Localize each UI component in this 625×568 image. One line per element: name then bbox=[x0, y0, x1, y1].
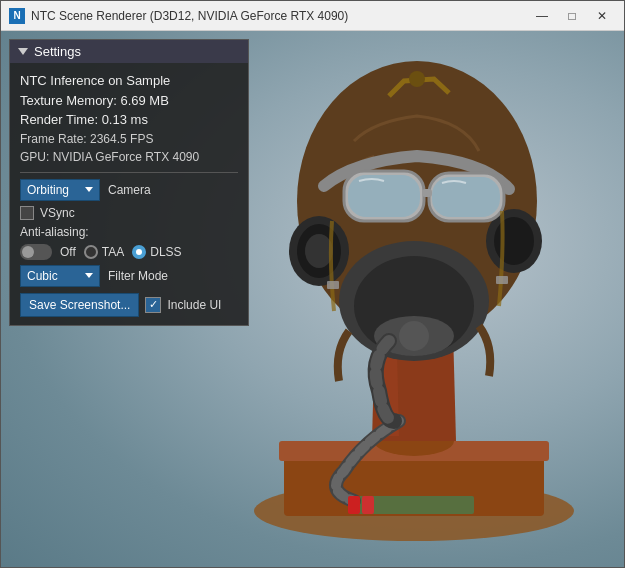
main-window: N NTC Scene Renderer (D3D12, NVIDIA GeFo… bbox=[0, 0, 625, 568]
inference-label: NTC Inference on Sample bbox=[20, 71, 238, 91]
app-icon: N bbox=[9, 8, 25, 24]
aa-off-toggle[interactable] bbox=[20, 244, 52, 260]
title-bar: N NTC Scene Renderer (D3D12, NVIDIA GeFo… bbox=[1, 1, 624, 31]
save-screenshot-button[interactable]: Save Screenshot... bbox=[20, 293, 139, 317]
filter-dropdown-arrow-icon bbox=[85, 273, 93, 278]
svg-rect-16 bbox=[348, 175, 420, 217]
aa-section: Anti-aliasing: Off TAA bbox=[20, 225, 238, 260]
settings-header[interactable]: Settings bbox=[10, 40, 248, 63]
vsync-checkbox[interactable] bbox=[20, 206, 34, 220]
render-time-label: Render Time: 0.13 ms bbox=[20, 110, 238, 130]
svg-rect-24 bbox=[496, 276, 508, 284]
include-ui-checkbox[interactable]: ✓ bbox=[145, 297, 161, 313]
svg-rect-6 bbox=[362, 496, 374, 514]
svg-point-11 bbox=[305, 234, 333, 268]
bottom-row: Save Screenshot... ✓ Include UI bbox=[20, 293, 238, 317]
window-controls: — □ ✕ bbox=[528, 5, 616, 27]
settings-panel: Settings NTC Inference on Sample Texture… bbox=[9, 39, 249, 326]
include-ui-label: Include UI bbox=[167, 298, 221, 312]
gpu-label: GPU: NVIDIA GeForce RTX 4090 bbox=[20, 148, 238, 166]
camera-label: Camera bbox=[108, 183, 151, 197]
aa-taa-option[interactable]: TAA bbox=[84, 245, 124, 259]
aa-options-row: Off TAA DLSS bbox=[20, 244, 238, 260]
filter-mode-row: Cubic Filter Mode bbox=[20, 265, 238, 287]
svg-rect-5 bbox=[348, 496, 360, 514]
dropdown-arrow-icon bbox=[85, 187, 93, 192]
aa-off-label[interactable]: Off bbox=[60, 245, 76, 259]
camera-mode-dropdown[interactable]: Orbiting bbox=[20, 179, 100, 201]
toggle-knob bbox=[22, 246, 34, 258]
filter-label: Filter Mode bbox=[108, 269, 168, 283]
camera-row: Orbiting Camera bbox=[20, 179, 238, 201]
filter-mode-dropdown[interactable]: Cubic bbox=[20, 265, 100, 287]
svg-point-22 bbox=[399, 321, 429, 351]
vsync-label: VSync bbox=[40, 206, 75, 220]
aa-label: Anti-aliasing: bbox=[20, 225, 238, 239]
svg-rect-18 bbox=[422, 189, 432, 197]
settings-title: Settings bbox=[34, 44, 81, 59]
svg-point-8 bbox=[409, 71, 425, 87]
settings-body: NTC Inference on Sample Texture Memory: … bbox=[10, 63, 248, 325]
svg-point-13 bbox=[494, 217, 534, 265]
taa-radio-icon bbox=[84, 245, 98, 259]
divider-1 bbox=[20, 172, 238, 173]
aa-dlss-option[interactable]: DLSS bbox=[132, 245, 181, 259]
collapse-triangle-icon bbox=[18, 48, 28, 55]
dlss-radio-icon bbox=[132, 245, 146, 259]
minimize-button[interactable]: — bbox=[528, 5, 556, 27]
frame-rate-label: Frame Rate: 2364.5 FPS bbox=[20, 130, 238, 148]
helmet-render bbox=[224, 41, 604, 551]
vsync-row: VSync bbox=[20, 206, 238, 220]
svg-rect-23 bbox=[327, 281, 339, 289]
texture-memory-label: Texture Memory: 6.69 MB bbox=[20, 91, 238, 111]
window-title: NTC Scene Renderer (D3D12, NVIDIA GeForc… bbox=[31, 9, 528, 23]
maximize-button[interactable]: □ bbox=[558, 5, 586, 27]
content-area: Settings NTC Inference on Sample Texture… bbox=[1, 31, 624, 567]
close-button[interactable]: ✕ bbox=[588, 5, 616, 27]
